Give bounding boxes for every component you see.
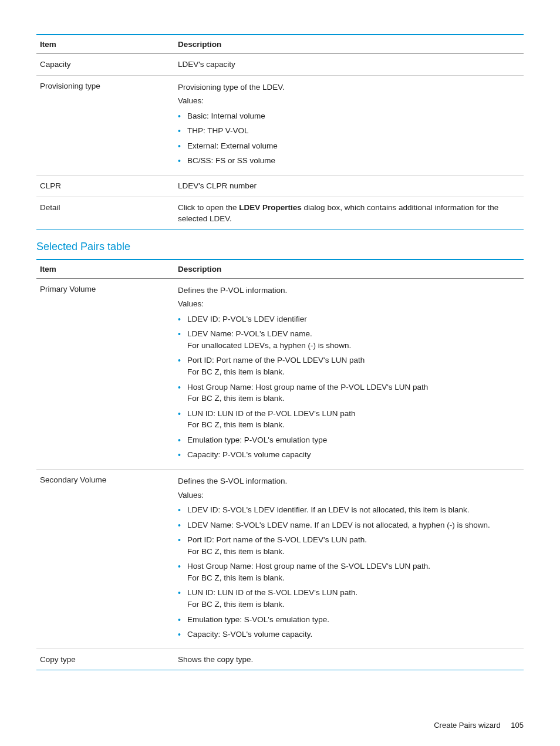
list-item: LDEV Name: S-VOL's LDEV name. If an LDEV… — [178, 519, 520, 531]
pvol-b4a: LUN ID: LUN ID of the P-VOL LDEV's LUN p… — [187, 409, 355, 418]
row-desc-provtype: Provisioning type of the LDEV. Values: B… — [174, 75, 524, 175]
list-item: LDEV ID: S-VOL's LDEV identifier. If an … — [178, 504, 520, 516]
row-item-capacity: Capacity — [36, 54, 174, 76]
list-item: Port ID: Port name of the P-VOL LDEV's L… — [178, 355, 520, 377]
svol-b4b: For BC Z, this item is blank. — [187, 600, 285, 609]
list-item: BC/SS: FS or SS volume — [178, 155, 520, 167]
pvol-intro1: Defines the P-VOL information. — [178, 285, 520, 296]
row-desc-primary-volume: Defines the P-VOL information. Values: L… — [174, 278, 524, 469]
list-item: Host Group Name: Host group name of the … — [178, 561, 520, 583]
row-item-secondary-volume: Secondary Volume — [36, 469, 174, 649]
list-item: Basic: Internal volume — [178, 110, 520, 122]
svol-intro2: Values: — [178, 490, 520, 501]
list-item: Emulation type: P-VOL's emulation type — [178, 434, 520, 446]
svol-b3a: Host Group Name: Host group name of the … — [187, 562, 430, 571]
list-item: Host Group Name: Host group name of the … — [178, 382, 520, 404]
row-item-provtype: Provisioning type — [36, 75, 174, 175]
row-item-detail: Detail — [36, 197, 174, 229]
row-desc-capacity: LDEV's capacity — [174, 54, 524, 76]
list-item: Port ID: Port name of the S-VOL LDEV's L… — [178, 534, 520, 557]
t2-head-item: Item — [36, 259, 174, 279]
pvol-b2b: For BC Z, this item is blank. — [187, 367, 285, 376]
list-item: LUN ID: LUN ID of the S-VOL LDEV's LUN p… — [178, 587, 520, 610]
detail-pre: Click to open the — [178, 203, 239, 212]
list-item: Emulation type: S-VOL's emulation type. — [178, 614, 520, 626]
footer-page-number: 105 — [511, 721, 524, 730]
row-item-primary-volume: Primary Volume — [36, 278, 174, 469]
pvol-b1a: LDEV Name: P-VOL's LDEV name. — [187, 329, 312, 338]
page-footer: Create Pairs wizard 105 — [434, 721, 524, 730]
section-heading-selected-pairs: Selected Pairs table — [36, 241, 524, 253]
pvol-b3a: Host Group Name: Host group name of the … — [187, 383, 428, 391]
table-row: Primary Volume Defines the P-VOL informa… — [36, 278, 524, 469]
svol-b2a: Port ID: Port name of the S-VOL LDEV's L… — [187, 535, 367, 544]
svol-b4a: LUN ID: LUN ID of the S-VOL LDEV's LUN p… — [187, 588, 357, 597]
table-row: CLPR LDEV's CLPR number — [36, 175, 524, 197]
pvol-b3b: For BC Z, this item is blank. — [187, 394, 285, 403]
row-item-clpr: CLPR — [36, 175, 174, 197]
table-row: Detail Click to open the LDEV Properties… — [36, 197, 524, 229]
pvol-b4b: For BC Z, this item is blank. — [187, 420, 285, 429]
list-item: LUN ID: LUN ID of the P-VOL LDEV's LUN p… — [178, 408, 520, 431]
t1-head-item: Item — [36, 35, 174, 54]
detail-bold: LDEV Properties — [239, 203, 302, 212]
svol-b2b: For BC Z, this item is blank. — [187, 547, 285, 556]
table-row: Secondary Volume Defines the S-VOL infor… — [36, 469, 524, 649]
table-row: Capacity LDEV's capacity — [36, 54, 524, 76]
list-item: THP: THP V-VOL — [178, 125, 520, 137]
list-item: LDEV Name: P-VOL's LDEV name. For unallo… — [178, 328, 520, 351]
table-row: Provisioning type Provisioning type of t… — [36, 75, 524, 175]
svol-b3b: For BC Z, this item is blank. — [187, 573, 285, 582]
row-desc-copy-type: Shows the copy type. — [174, 649, 524, 670]
ldev-fields-table: Item Description Capacity LDEV's capacit… — [36, 34, 524, 230]
list-item: LDEV ID: P-VOL's LDEV identifier — [178, 313, 520, 325]
list-item: External: External volume — [178, 140, 520, 152]
table-row: Copy type Shows the copy type. — [36, 649, 524, 670]
pvol-b1b: For unallocated LDEVs, a hyphen (-) is s… — [187, 341, 351, 350]
row-desc-detail: Click to open the LDEV Properties dialog… — [174, 197, 524, 229]
pvol-b2a: Port ID: Port name of the P-VOL LDEV's L… — [187, 356, 365, 364]
pvol-intro2: Values: — [178, 298, 520, 310]
row-desc-clpr: LDEV's CLPR number — [174, 175, 524, 197]
list-item: Capacity: P-VOL's volume capacity — [178, 449, 520, 461]
provtype-intro2: Values: — [178, 95, 520, 107]
list-item: Capacity: S-VOL's volume capacity. — [178, 629, 520, 640]
svol-intro1: Defines the S-VOL information. — [178, 475, 520, 487]
provtype-intro1: Provisioning type of the LDEV. — [178, 82, 520, 93]
footer-section-name: Create Pairs wizard — [434, 721, 500, 730]
row-desc-secondary-volume: Defines the S-VOL information. Values: L… — [174, 469, 524, 649]
selected-pairs-table: Item Description Primary Volume Defines … — [36, 259, 524, 671]
row-item-copy-type: Copy type — [36, 649, 174, 670]
t2-head-desc: Description — [174, 259, 524, 279]
t1-head-desc: Description — [174, 35, 524, 54]
